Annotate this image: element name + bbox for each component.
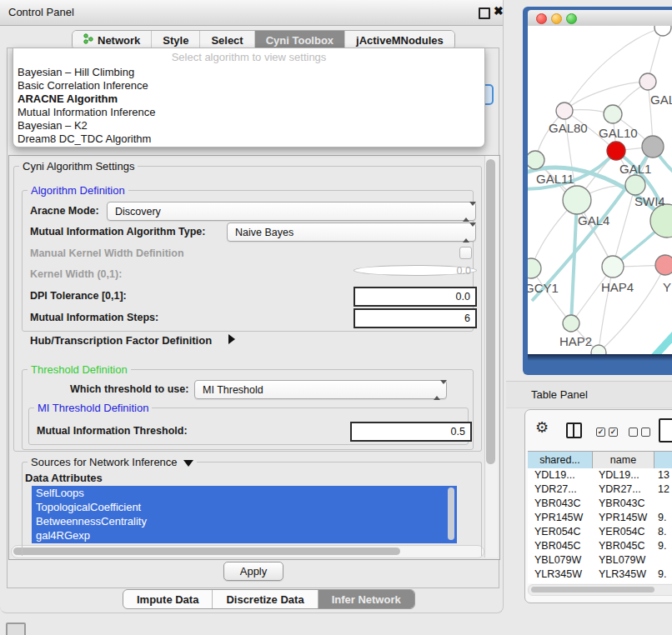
svg-text:GAL80: GAL80 bbox=[549, 121, 588, 135]
node-gal1[interactable] bbox=[625, 175, 645, 195]
kernel-width-input[interactable]: 0.0 bbox=[354, 265, 477, 276]
table-row[interactable]: YIL052C YIL052C 9 bbox=[528, 582, 672, 583]
algorithm-dropdown: Select algorithm to view settings Bayesi… bbox=[13, 48, 485, 148]
which-threshold-select[interactable]: MI Threshold bbox=[194, 380, 447, 399]
hub-definition-label[interactable]: Hub/Transcription Factor Definition bbox=[30, 334, 212, 347]
svg-text:GCY1: GCY1 bbox=[528, 281, 559, 295]
aracne-mode-value: Discovery bbox=[115, 206, 161, 218]
table-row[interactable]: YER054C YER054C 8. bbox=[528, 525, 672, 539]
table-row[interactable]: YBR045C YBR045C 9. bbox=[528, 539, 672, 553]
new-table-icon[interactable] bbox=[659, 418, 672, 442]
tab-style[interactable]: Style bbox=[152, 31, 200, 49]
dropdown-item[interactable]: Basic Correlation Inference bbox=[16, 79, 480, 92]
table-row[interactable]: YPR145W YPR145W 9. bbox=[528, 511, 672, 525]
dpi-tolerance-input[interactable]: 0.0 bbox=[354, 287, 477, 307]
cell: YDL19... bbox=[528, 468, 593, 482]
node-hap4[interactable] bbox=[602, 256, 624, 278]
table-panel-title: Table Panel bbox=[531, 388, 588, 401]
tab-label: Network bbox=[98, 34, 140, 47]
dropdown-item-selected[interactable]: ARACNE Algorithm bbox=[16, 92, 480, 106]
table-row[interactable]: YDR27... YDR27... 12 bbox=[528, 482, 672, 497]
node-salmon[interactable] bbox=[655, 255, 672, 275]
collapse-arrow-icon[interactable] bbox=[183, 460, 193, 467]
dropdown-item[interactable]: Dream8 DC_TDC Algorithm bbox=[16, 132, 480, 146]
tab-cyni-toolbox[interactable]: Cyni Toolbox bbox=[255, 31, 345, 49]
mi-type-select[interactable]: Naive Bayes bbox=[227, 222, 476, 242]
tab-jactivemnodules[interactable]: jActiveMNodules bbox=[345, 31, 454, 49]
tab-network[interactable]: Network bbox=[73, 31, 152, 49]
tab-label: Style bbox=[163, 34, 188, 47]
zoom-traffic-light-icon[interactable] bbox=[566, 13, 577, 24]
table-row[interactable]: YLR345W YLR345W 9. bbox=[528, 568, 672, 582]
mi-threshold-input[interactable]: 0.5 bbox=[350, 422, 472, 442]
aracne-mode-select[interactable]: Discovery bbox=[107, 202, 476, 221]
dropdown-item[interactable]: Bayesian – Hill Climbing bbox=[16, 66, 480, 79]
cell: 13 bbox=[654, 468, 672, 482]
column-header-name[interactable]: name bbox=[593, 452, 654, 468]
node-gray[interactable] bbox=[642, 136, 664, 158]
unchecked-box-icon bbox=[629, 428, 638, 437]
control-panel-titlebar: Control Panel ✖ bbox=[0, 0, 503, 26]
svg-text:GAL: GAL bbox=[650, 92, 672, 107]
node-gal11[interactable] bbox=[528, 151, 544, 169]
tab-impute-data[interactable]: Impute Data bbox=[123, 590, 213, 608]
split-columns-icon[interactable] bbox=[566, 422, 582, 438]
list-item[interactable]: SelfLoops bbox=[32, 486, 457, 500]
minimized-panel-icon[interactable] bbox=[6, 622, 26, 635]
node-gal10[interactable] bbox=[604, 105, 622, 123]
cell: YBL079W bbox=[528, 553, 593, 568]
node-red[interactable] bbox=[607, 142, 625, 160]
mi-steps-input[interactable]: 6 bbox=[354, 308, 477, 328]
node[interactable] bbox=[654, 26, 671, 36]
column-header-partial[interactable]: A bbox=[654, 452, 672, 468]
gear-icon[interactable]: ⚙ bbox=[535, 420, 549, 435]
cell: 9 bbox=[654, 582, 672, 583]
node-hap2[interactable] bbox=[563, 315, 579, 332]
cell bbox=[654, 553, 672, 568]
node[interactable] bbox=[591, 345, 606, 354]
cell bbox=[654, 497, 672, 511]
close-icon[interactable]: ✖ bbox=[494, 4, 504, 18]
svg-text:SWI4: SWI4 bbox=[634, 194, 665, 208]
float-window-icon[interactable] bbox=[479, 8, 490, 19]
group-title: Threshold Definition bbox=[28, 363, 131, 376]
settings-vertical-scrollbar-thumb[interactable] bbox=[486, 159, 495, 464]
tab-select[interactable]: Select bbox=[200, 31, 254, 49]
tab-infer-network[interactable]: Infer Network bbox=[318, 590, 414, 608]
table-row[interactable]: YBR043C YBR043C bbox=[528, 497, 672, 511]
table-horizontal-scrollbar-thumb[interactable] bbox=[531, 587, 654, 592]
node-gal4[interactable] bbox=[563, 186, 591, 214]
minimize-traffic-light-icon[interactable] bbox=[551, 13, 562, 24]
manual-kernel-checkbox[interactable] bbox=[459, 247, 472, 259]
deselect-all-checkboxes-icon[interactable] bbox=[629, 428, 650, 437]
network-window-titlebar[interactable] bbox=[528, 10, 672, 27]
list-item[interactable]: TopologicalCoefficient bbox=[32, 500, 457, 514]
checked-box-icon: ✓ bbox=[609, 428, 618, 437]
list-scrollbar-thumb[interactable] bbox=[448, 488, 454, 540]
list-item[interactable]: BetweennessCentrality bbox=[32, 514, 457, 528]
network-canvas[interactable]: GAL GAL80 GAL10 GAL1 GAL11 SWI4 GAL4 GCY… bbox=[528, 26, 672, 354]
dropdown-item[interactable]: Bayesian – K2 bbox=[16, 119, 480, 132]
dropdown-item[interactable]: Mutual Information Inference bbox=[16, 106, 480, 119]
column-header-shared-name[interactable]: shared... bbox=[528, 452, 593, 468]
panel-title: Control Panel bbox=[8, 6, 74, 18]
node-gal80[interactable] bbox=[556, 102, 573, 119]
mi-type-value: Naive Bayes bbox=[235, 227, 293, 238]
node-gcy1[interactable] bbox=[528, 258, 541, 278]
group-title: Algorithm Definition bbox=[28, 184, 128, 197]
close-traffic-light-icon[interactable] bbox=[536, 13, 547, 24]
table-horizontal-scrollbar[interactable] bbox=[528, 584, 672, 596]
tab-discretize-data[interactable]: Discretize Data bbox=[213, 590, 318, 608]
select-all-checkboxes-icon[interactable]: ✓ ✓ bbox=[596, 428, 618, 437]
expand-arrow-icon[interactable] bbox=[228, 334, 235, 344]
cell: YPR145W bbox=[528, 511, 593, 525]
node[interactable] bbox=[639, 73, 656, 90]
cell: YER054C bbox=[593, 525, 654, 539]
table-toolbar: ⚙ ✓ ✓ bbox=[525, 410, 672, 450]
cell: 8. bbox=[654, 525, 672, 539]
mi-threshold-label: Mutual Information Threshold: bbox=[37, 425, 188, 437]
list-item[interactable]: gal4RGexp bbox=[32, 528, 457, 542]
apply-button[interactable]: Apply bbox=[223, 562, 283, 581]
table-row[interactable]: YBL079W YBL079W bbox=[528, 553, 672, 568]
table-row[interactable]: YDL19... YDL19... 13 bbox=[528, 468, 672, 482]
